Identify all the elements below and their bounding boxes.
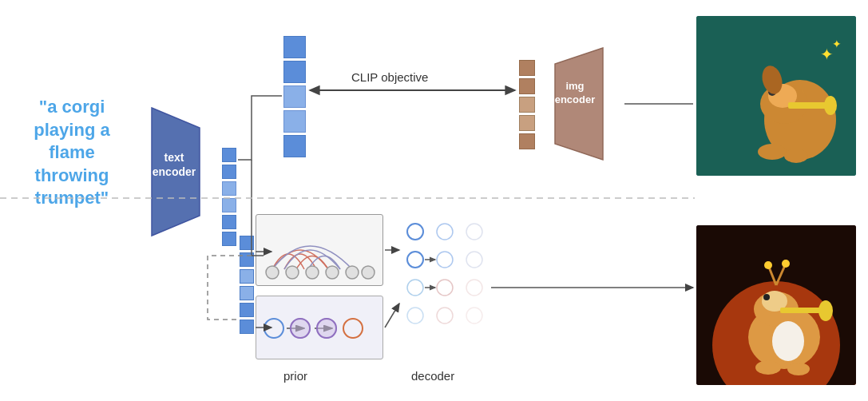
- quote-line-3: flame: [49, 142, 94, 162]
- clip-block-2: [283, 61, 306, 83]
- svg-point-7: [362, 266, 375, 279]
- prior-block-4: [240, 286, 254, 300]
- svg-point-41: [784, 149, 808, 163]
- diagram: "a corgi playing a flame throwing trumpe…: [0, 0, 868, 401]
- svg-point-14: [317, 319, 336, 338]
- clip-right-block-1: [519, 60, 535, 76]
- svg-point-28: [466, 280, 482, 296]
- clip-embedding-left: [283, 36, 306, 157]
- quote-line-4: throwing: [35, 165, 109, 185]
- svg-point-55: [755, 360, 781, 375]
- prior-label: prior: [283, 369, 307, 383]
- svg-point-21: [437, 252, 453, 268]
- svg-rect-35: [788, 102, 828, 109]
- svg-line-66: [385, 304, 399, 328]
- block-3: [222, 181, 236, 196]
- clip-objective-label: CLIP objective: [351, 70, 428, 84]
- svg-point-56: [787, 363, 810, 375]
- svg-point-47: [763, 294, 770, 300]
- clip-right-block-5: [519, 133, 535, 149]
- svg-point-22: [437, 280, 453, 296]
- prior-block-5: [240, 303, 254, 317]
- svg-point-4: [306, 266, 319, 279]
- prior-block-2: [240, 252, 254, 267]
- prior-diffusion-box: [256, 296, 383, 359]
- svg-point-10: [264, 319, 283, 338]
- svg-point-26: [466, 224, 482, 240]
- clip-embedding-right: [519, 60, 535, 149]
- svg-point-53: [782, 260, 790, 268]
- block-2: [222, 165, 236, 179]
- svg-point-52: [764, 261, 772, 269]
- quote-text: "a corgi playing a flame throwing trumpe…: [12, 96, 132, 210]
- img-encoder-label: img encoder: [547, 80, 603, 107]
- svg-point-20: [437, 224, 453, 240]
- block-4: [222, 198, 236, 212]
- block-5: [222, 215, 236, 229]
- clip-right-block-4: [519, 115, 535, 131]
- svg-point-16: [407, 224, 423, 240]
- decoder-output: [401, 212, 489, 375]
- prior-input-blocks: [240, 236, 254, 334]
- svg-point-27: [466, 252, 482, 268]
- quote-line-5: trumpet": [35, 188, 109, 208]
- corgi-image-top: ✦ ✦: [696, 16, 856, 176]
- clip-block-4: [283, 110, 306, 133]
- svg-point-15: [343, 319, 363, 338]
- corgi-image-bottom: [696, 225, 856, 385]
- clip-block-3: [283, 85, 306, 108]
- prior-block-6: [240, 320, 254, 334]
- svg-rect-48: [780, 308, 824, 313]
- svg-point-3: [286, 266, 299, 279]
- clip-block-5: [283, 135, 306, 157]
- svg-point-17: [407, 252, 423, 268]
- svg-point-19: [407, 308, 423, 324]
- quote-line-1: "a corgi: [39, 97, 105, 117]
- clip-right-block-2: [519, 78, 535, 94]
- prior-block-1: [240, 236, 254, 250]
- clip-right-block-3: [519, 97, 535, 113]
- quote-line-2: playing a: [34, 120, 109, 140]
- svg-point-12: [291, 319, 310, 338]
- svg-point-29: [466, 308, 482, 324]
- svg-point-23: [437, 308, 453, 324]
- svg-point-5: [326, 266, 339, 279]
- prior-block-3: [240, 269, 254, 284]
- decoder-label: decoder: [411, 369, 454, 383]
- svg-point-6: [346, 266, 359, 279]
- attention-box: [256, 214, 383, 286]
- block-1: [222, 148, 236, 162]
- svg-point-18: [407, 280, 423, 296]
- svg-text:✦: ✦: [832, 38, 842, 50]
- svg-point-2: [266, 266, 279, 279]
- svg-point-54: [772, 321, 804, 361]
- svg-point-36: [824, 96, 837, 115]
- text-encoder-label: text encoder: [142, 150, 206, 179]
- text-encoder-output-blocks: [222, 148, 236, 246]
- block-6: [222, 232, 236, 246]
- clip-block-1: [283, 36, 306, 58]
- svg-point-49: [818, 300, 833, 321]
- svg-point-40: [758, 144, 787, 160]
